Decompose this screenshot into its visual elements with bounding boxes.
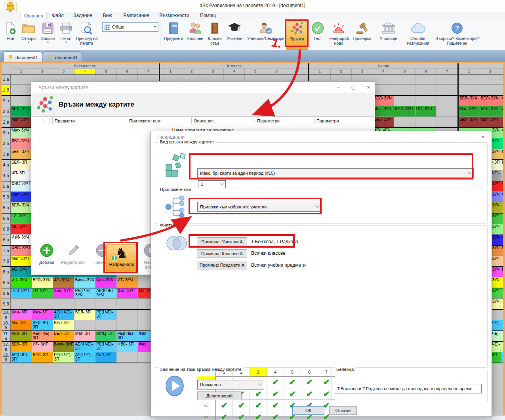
lesson-cell[interactable]: АЕ(I ЧЕ)- ЗП: [11, 352, 32, 363]
toolbar-button-генерирай-ново[interactable]: Генерирай ново: [327, 21, 350, 49]
lesson-cell[interactable]: БЕЛ- ЗП: [11, 342, 32, 352]
table-column-header-1[interactable]: Предмети: [52, 117, 127, 125]
lesson-cell-edge[interactable]: [501, 224, 503, 235]
period-header[interactable]: 3: [202, 69, 224, 74]
lesson-cell[interactable]: РЕ(I ЧЕ)- ЗП: [95, 309, 117, 320]
toolbar-button-отвори[interactable]: Отвори: [19, 21, 38, 49]
timetable-cell[interactable]: [501, 74, 503, 85]
lesson-cell[interactable]: ГИ- ЗУЧ: [11, 213, 32, 224]
lesson-cell[interactable]: Биол- ЗИП: [53, 342, 74, 352]
deactivate-button[interactable]: Деактивирай: [197, 391, 242, 400]
lesson-cell-edge[interactable]: [501, 202, 503, 213]
meaning-select[interactable]: Нормално: [197, 380, 264, 389]
dropdown-caret-icon[interactable]: [27, 42, 30, 43]
toolbar-button-класни-стаи[interactable]: Класни стаи: [206, 21, 224, 49]
close-icon[interactable]: ×: [480, 134, 486, 140]
timetable-cell[interactable]: [95, 320, 117, 331]
lesson-cell[interactable]: АЕ(II ЧЕ)- ЗП: [74, 342, 96, 352]
row-label-7 а[interactable]: 7 а: [2, 245, 11, 256]
period-header[interactable]: 7: [436, 69, 458, 74]
lesson-cell[interactable]: БЕЛ- ЗП: [74, 309, 96, 320]
lesson-cell[interactable]: Мз- ЗУЧ: [11, 224, 32, 235]
lesson-cell[interactable]: Физ- ЗУЧ: [95, 277, 117, 288]
view-select[interactable]: Общо: [102, 22, 158, 32]
lesson-cell-edge[interactable]: [501, 213, 503, 224]
period-header[interactable]: 1: [309, 69, 331, 74]
lesson-cell[interactable]: Мат- ЗП: [11, 320, 32, 331]
row-label-2 а[interactable]: 2 а: [2, 95, 11, 106]
period-header[interactable]: 5: [245, 69, 266, 74]
lesson-cell[interactable]: ЧП- ЗП: [11, 170, 32, 181]
row-label-1 б[interactable]: 1 б: [2, 85, 11, 95]
cancel-button[interactable]: Откажи: [329, 406, 357, 415]
timetable-cell[interactable]: [74, 299, 96, 309]
lesson-cell[interactable]: АЕ- ЗУЧ: [11, 267, 32, 277]
lesson-cell[interactable]: Мат- ЗУЧ: [11, 192, 32, 202]
lesson-cell-edge[interactable]: ЗУЧ: [491, 277, 501, 288]
ribbon-tab-Файл[interactable]: Файл: [49, 12, 67, 19]
lesson-cell[interactable]: АЕ(I ЧЕ)- ЗП: [74, 352, 96, 363]
period-header[interactable]: 6: [415, 69, 437, 74]
lesson-cell[interactable]: БЕЛ- ЗУЧ: [11, 149, 32, 160]
lesson-cell-edge[interactable]: Е: [501, 267, 503, 277]
period-header[interactable]: 2: [32, 69, 53, 74]
lesson-cell-edge[interactable]: ЧЕ)-: [491, 331, 501, 342]
lesson-cell-edge[interactable]: Ф: [501, 235, 503, 245]
timetable-cell[interactable]: [373, 74, 394, 85]
grid-check-cell[interactable]: ✔: [250, 411, 267, 420]
lesson-cell[interactable]: РЕ(II ЧЕ)- ЗП: [53, 352, 74, 363]
timetable-cell[interactable]: [53, 299, 74, 309]
lesson-cell[interactable]: Мат- ЗУЧ: [11, 117, 32, 128]
lesson-cell-edge[interactable]: Б: [501, 160, 503, 170]
timetable-cell[interactable]: [394, 85, 415, 95]
ribbon-tab-Задание[interactable]: Задание: [71, 12, 94, 19]
lesson-cell[interactable]: БЕЛ- ЗП: [53, 320, 74, 331]
period-header[interactable]: [501, 69, 503, 74]
timetable-cell[interactable]: [436, 95, 458, 106]
lesson-cell-edge[interactable]: ЗУЧ: [491, 181, 501, 192]
lesson-cell-edge[interactable]: ЗУЧ: [491, 235, 501, 245]
period-header[interactable]: 4: [74, 69, 96, 74]
change-subjects-button[interactable]: Промяна: Предмети А: [197, 261, 247, 269]
toolbar-button-нов[interactable]: Нов: [2, 21, 18, 49]
row-label-8 а[interactable]: 8 а: [2, 267, 11, 277]
lesson-cell-edge[interactable]: [501, 352, 503, 363]
lesson-cell[interactable]: А: [501, 106, 503, 117]
lesson-cell-edge[interactable]: ЗУЧ: [491, 128, 501, 138]
timetable-cell[interactable]: [11, 95, 32, 106]
period-header[interactable]: 1: [11, 69, 32, 74]
period-header[interactable]: 3: [53, 69, 74, 74]
period-header[interactable]: 2: [181, 69, 203, 74]
timetable-cell[interactable]: [415, 85, 437, 95]
lesson-cell-edge[interactable]: Ф: [501, 128, 503, 138]
lesson-cell[interactable]: Хим- ЗП: [11, 309, 32, 320]
toolbar-button-печат[interactable]: Печат: [58, 21, 74, 49]
row-label-7 б[interactable]: 7 б: [2, 256, 11, 267]
lesson-cell[interactable]: АЕ(II ЧЕ)- ЗП: [32, 331, 53, 342]
lesson-cell[interactable]: ИЦ- ЗУЧ: [11, 277, 32, 288]
lesson-cell[interactable]: БЕЛ- ЗП: [11, 160, 32, 170]
lesson-cell[interactable]: РЕ(I ЧЕ)- ЗУЧ: [74, 288, 96, 299]
lesson-cell-edge[interactable]: ЗУЧ: [491, 213, 501, 224]
timetable-cell[interactable]: [117, 309, 138, 320]
lesson-cell[interactable]: АЕ- ЗУЧ: [53, 277, 74, 288]
lesson-cell[interactable]: Физ- ЗП: [32, 309, 53, 320]
row-label-2 б[interactable]: 2 б: [2, 106, 11, 117]
ribbon-tab-Възможности[interactable]: Възможности: [157, 12, 192, 19]
lesson-cell[interactable]: БЕЛ- ЗУЧ: [373, 95, 394, 106]
timetable-cell[interactable]: [74, 320, 96, 331]
lesson-cell-edge[interactable]: [501, 288, 503, 299]
timetable-cell[interactable]: [95, 299, 117, 309]
timetable-cell[interactable]: [11, 299, 32, 309]
row-label-2 в[interactable]: 2 в: [2, 117, 11, 128]
row-label-6 а[interactable]: 6 а: [2, 213, 11, 224]
lesson-cell[interactable]: АЕ(I ЧЕ)- ЗП: [32, 320, 53, 331]
lesson-cell-edge[interactable]: [501, 331, 503, 342]
lesson-cell-edge[interactable]: ЗУЧ: [491, 192, 501, 202]
row-label-3 в[interactable]: 3 в: [2, 149, 11, 160]
lesson-cell-edge[interactable]: ЗУЧ: [491, 149, 501, 160]
lesson-cell-edge[interactable]: [501, 170, 503, 181]
lesson-cell-edge[interactable]: - ЗП: [491, 160, 501, 170]
lesson-cell-edge[interactable]: ЗУЧ: [491, 267, 501, 277]
period-header[interactable]: 4: [224, 69, 245, 74]
